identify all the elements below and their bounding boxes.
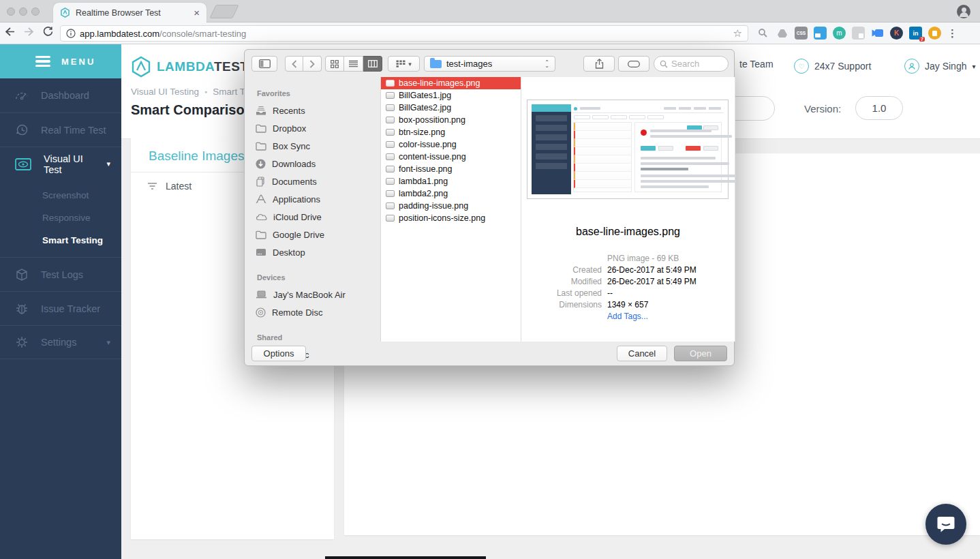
sidebar-item-box-sync[interactable]: Box Sync <box>256 137 380 155</box>
file-name: color-issue.png <box>399 140 457 149</box>
refresh-icon[interactable] <box>38 26 57 40</box>
invite-team-link[interactable]: te Team <box>739 59 774 70</box>
browser-profile-icon[interactable] <box>957 5 970 18</box>
search-input[interactable] <box>671 59 720 69</box>
tab-close-icon[interactable]: × <box>194 7 200 18</box>
file-row[interactable]: content-issue.png <box>381 151 521 163</box>
file-row[interactable]: lambda2.png <box>381 187 521 200</box>
sidebar-item-applications[interactable]: Applications <box>256 190 380 208</box>
orange-extension-icon[interactable] <box>928 27 941 40</box>
search-field[interactable] <box>654 56 729 72</box>
devices-section-label: Devices <box>257 273 380 282</box>
new-tab-button[interactable] <box>209 5 239 18</box>
sidebar-item-screenshot[interactable]: Screenshot <box>0 184 121 207</box>
forward-button[interactable] <box>303 56 322 72</box>
m-extension-icon[interactable]: m <box>833 27 846 40</box>
support-link[interactable]: ♡ 24x7 Support <box>794 59 871 74</box>
breadcrumb-item[interactable]: Visual UI Testing <box>131 87 199 97</box>
share-button[interactable] <box>583 56 615 72</box>
sidebar-item-label: Smart Testing <box>42 235 103 245</box>
file-row[interactable]: BillGates2.jpg <box>381 102 521 114</box>
sidebar-item-issue-tracker[interactable]: Issue Tracker <box>0 291 121 325</box>
bookmark-star-icon[interactable]: ☆ <box>733 27 742 40</box>
sidebar-item-icloud-drive[interactable]: iCloud Drive <box>256 208 380 226</box>
sidebar-item-settings[interactable]: Settings ▾ <box>0 325 121 359</box>
k-extension-icon[interactable]: K <box>890 27 903 40</box>
sidebar-item-test-logs[interactable]: Test Logs <box>0 257 121 291</box>
drive-extension-icon[interactable] <box>776 27 788 40</box>
sidebar-item-desktop[interactable]: Desktop <box>256 243 380 261</box>
window-zoom-button[interactable] <box>31 7 40 16</box>
sidebar-item-real-time-test[interactable]: Real Time Test <box>0 112 121 147</box>
options-button[interactable]: Options <box>251 346 306 361</box>
gray-extension-icon[interactable] <box>852 27 865 40</box>
sidebar-item-visual-ui-test[interactable]: Visual UI Test ▾ <box>0 147 121 181</box>
browser-menu-icon[interactable]: ⋮ <box>947 27 958 40</box>
sidebar-item-responsive[interactable]: Responsive <box>0 207 121 229</box>
lambdatest-logo-icon <box>131 56 151 78</box>
list-view-button[interactable] <box>344 56 363 72</box>
folder-icon <box>256 142 266 151</box>
file-row[interactable]: font-issue.png <box>381 163 521 175</box>
chat-widget-button[interactable] <box>925 504 966 545</box>
file-row[interactable]: box-possition.png <box>381 114 521 126</box>
forward-icon[interactable] <box>19 27 38 40</box>
menu-header[interactable]: MENU <box>0 44 121 78</box>
open-button[interactable]: Open <box>674 346 727 361</box>
file-row[interactable]: base-line-images.png <box>381 77 521 89</box>
file-row[interactable]: btn-size.png <box>381 126 521 138</box>
sidebar-item-label: Desktop <box>273 247 305 258</box>
user-menu[interactable]: Jay Singh ▾ <box>904 59 976 74</box>
column-view-button[interactable] <box>363 56 382 72</box>
sidebar-item-label: Box Sync <box>273 141 310 151</box>
camera-extension-icon[interactable] <box>871 27 884 40</box>
file-row[interactable]: lambda1.png <box>381 175 521 187</box>
browser-tab[interactable]: Realtime Browser Test × <box>53 3 206 22</box>
window-extension-icon[interactable] <box>814 27 827 40</box>
file-row[interactable]: padding-issue.png <box>381 200 521 212</box>
window-close-button[interactable] <box>7 7 15 16</box>
version-value[interactable]: 1.0 <box>855 96 903 120</box>
css-extension-icon[interactable]: CSS <box>795 27 808 40</box>
preview-thumbnail <box>527 100 729 199</box>
sidebar-item-google-drive[interactable]: Google Drive <box>256 226 380 243</box>
group-by-button[interactable]: ▾ <box>388 56 420 72</box>
linkedin-extension-icon[interactable]: in7 <box>909 27 922 40</box>
sidebar-item-downloads[interactable]: Downloads <box>256 155 380 172</box>
preview-details: PNG image - 69 KB Created26-Dec-2017 at … <box>521 253 735 322</box>
sidebar-item-dropbox[interactable]: Dropbox <box>256 119 380 137</box>
sidebar-item-recents[interactable]: Recents <box>256 102 380 119</box>
preview-pane: base-line-images.png PNG image - 69 KB C… <box>521 77 735 342</box>
folder-dropdown[interactable]: test-images ⌃⌄ <box>424 56 555 72</box>
file-row[interactable]: color-issue.png <box>381 138 521 151</box>
search-extension-icon[interactable] <box>756 27 769 40</box>
back-button[interactable] <box>285 56 303 72</box>
sidebar-item-macbook[interactable]: Jay's MacBook Air <box>256 286 380 303</box>
image-file-icon <box>386 190 395 197</box>
page-info-icon[interactable] <box>66 29 76 38</box>
chevron-down-icon: ▾ <box>106 160 110 168</box>
window-minimize-button[interactable] <box>19 7 27 16</box>
dock-edge <box>325 556 486 559</box>
sidebar-item-remote-disc[interactable]: Remote Disc <box>256 303 380 321</box>
history-nav-group <box>285 56 322 72</box>
lambdatest-logo[interactable]: LAMBDATEST <box>131 56 248 78</box>
tags-button[interactable] <box>618 56 649 72</box>
sidebar-toggle-button[interactable] <box>251 56 277 72</box>
file-row[interactable]: BillGates1.jpg <box>381 89 521 102</box>
image-file-icon <box>386 153 395 160</box>
url-bar[interactable]: app.lambdatest.com/console/smart-testing… <box>60 25 748 42</box>
sidebar-item-smart-testing[interactable]: Smart Testing <box>0 229 121 252</box>
sidebar-item-dashboard[interactable]: Dashboard <box>0 78 121 112</box>
logo-text-lambda: LAMBDA <box>157 59 214 74</box>
sidebar-item-documents[interactable]: Documents <box>256 172 380 190</box>
back-icon[interactable] <box>0 27 19 40</box>
add-tags-link[interactable]: Add Tags... <box>607 311 648 322</box>
file-row[interactable]: position-icons-size.png <box>381 212 521 224</box>
icon-view-button[interactable] <box>325 56 344 72</box>
shared-section-label: Shared <box>257 333 380 342</box>
hamburger-icon[interactable] <box>35 54 50 70</box>
cancel-button[interactable]: Cancel <box>617 346 667 361</box>
file-name: BillGates2.jpg <box>399 103 451 112</box>
chevron-down-icon: ▾ <box>408 61 412 67</box>
